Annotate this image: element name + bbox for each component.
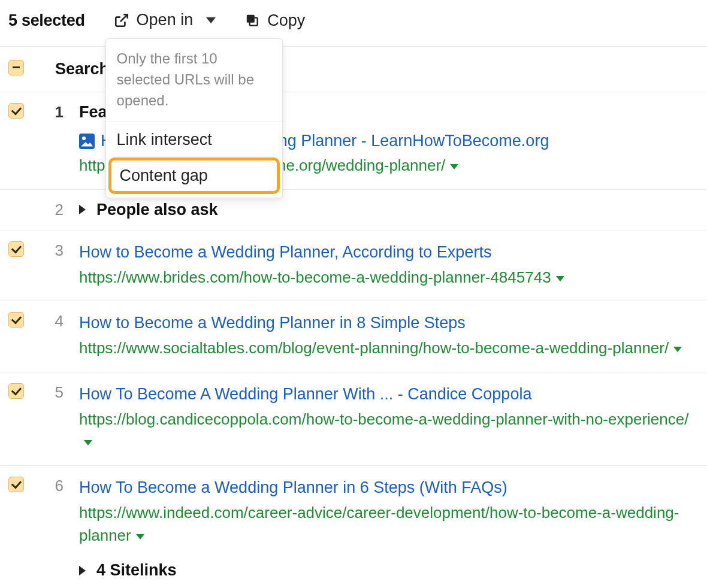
row-checkbox[interactable] (8, 241, 24, 257)
svg-rect-1 (247, 15, 255, 23)
row-number: 3 (28, 241, 79, 260)
dropdown-item-content-gap[interactable]: Content gap (108, 157, 280, 194)
result-title-link[interactable]: How To Become a Wedding Planner in 6 Ste… (79, 478, 507, 496)
row-number: 4 (28, 312, 79, 331)
result-row: 6 How To Become a Wedding Planner in 6 S… (0, 465, 707, 588)
result-row: 3 How to Become a Wedding Planner, Accor… (0, 230, 707, 301)
open-in-dropdown: Only the first 10 selected URLs will be … (105, 38, 283, 198)
url-dropdown-icon[interactable] (84, 440, 92, 445)
people-also-ask-toggle[interactable]: People also ask (79, 201, 699, 219)
row-number: 1 (28, 103, 79, 122)
url-dropdown-icon[interactable] (450, 164, 458, 169)
url-dropdown-icon[interactable] (556, 276, 564, 281)
selected-count: 5 selected (8, 11, 85, 30)
chevron-right-icon (79, 205, 86, 214)
result-url[interactable]: https://www.socialtables.com/blog/event-… (79, 337, 699, 360)
row-checkbox[interactable] (8, 477, 24, 492)
result-url[interactable]: https://blog.candicecoppola.com/how-to-b… (79, 408, 699, 453)
image-icon (79, 134, 95, 149)
copy-label: Copy (267, 11, 305, 30)
dropdown-item-link-intersect[interactable]: Link intersect (106, 122, 282, 157)
dropdown-note: Only the first 10 selected URLs will be … (106, 39, 282, 122)
result-title-link[interactable]: How to Become a Wedding Planner in 8 Sim… (79, 314, 466, 332)
select-all-checkbox[interactable] (8, 60, 24, 75)
row-number: 2 (28, 201, 79, 219)
sitelinks-toggle[interactable]: 4 Sitelinks (79, 561, 699, 580)
row-checkbox[interactable] (8, 103, 24, 119)
open-in-label: Open in (137, 11, 194, 29)
row-checkbox[interactable] (8, 383, 24, 399)
url-dropdown-icon[interactable] (673, 347, 682, 352)
row-number: 5 (28, 383, 79, 402)
open-in-button[interactable]: Open in (114, 11, 216, 29)
result-url[interactable]: https://www.indeed.com/career-advice/car… (79, 502, 699, 547)
result-title-link[interactable]: How To Become A Wedding Planner With ...… (79, 385, 531, 403)
result-url[interactable]: https://www.brides.com/how-to-become-a-w… (79, 266, 699, 289)
result-title-link[interactable]: How to Become a Wedding Planner, Accordi… (79, 243, 491, 261)
open-in-wrap: Open in Only the first 10 selected URLs … (114, 11, 216, 31)
toolbar: 5 selected Open in Only the first 10 sel… (0, 0, 707, 46)
url-dropdown-icon[interactable] (136, 534, 144, 539)
copy-button[interactable]: Copy (244, 11, 305, 30)
copy-icon (244, 13, 260, 28)
result-row: 5 How To Become A Wedding Planner With .… (0, 372, 707, 465)
open-external-icon (114, 13, 129, 28)
row-checkbox[interactable] (8, 312, 24, 328)
chevron-down-icon (206, 17, 216, 23)
chevron-right-icon (79, 566, 86, 575)
result-row: 4 How to Become a Wedding Planner in 8 S… (0, 301, 707, 371)
row-number: 6 (28, 477, 79, 495)
